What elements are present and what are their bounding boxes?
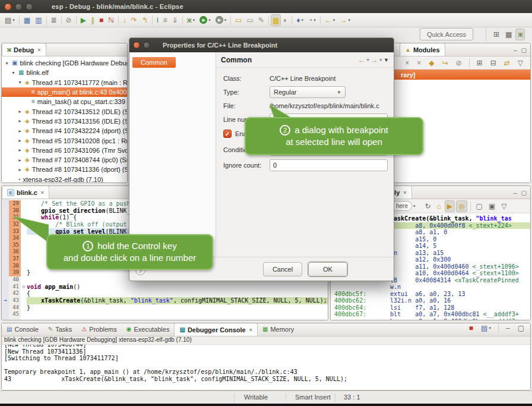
- step-over-icon[interactable]: ↷: [129, 14, 140, 26]
- disconnect-icon[interactable]: ℕ: [106, 14, 116, 26]
- debug-tree-item[interactable]: ▾◈Thread #1 1073411772 (main : Runn: [2, 78, 127, 87]
- ok-button[interactable]: OK: [308, 262, 347, 276]
- debug-tree-item[interactable]: ▸◈Thread #5 1073410208 (ipc1 : Runni: [2, 136, 127, 145]
- terminate-console-icon[interactable]: ■: [467, 323, 476, 334]
- debug-perspective-icon[interactable]: ж: [515, 29, 525, 40]
- tab-modules[interactable]: ▲ Modules: [400, 43, 445, 56]
- show-execution-view-icon[interactable]: ≡: [161, 14, 170, 26]
- enabled-checkbox[interactable]: ✓: [223, 130, 232, 138]
- view-menu-icon[interactable]: ▽: [499, 200, 509, 212]
- resume-icon[interactable]: ▶: [78, 14, 88, 26]
- console-tab-memory[interactable]: ▦Memory: [258, 323, 299, 336]
- collapse-all-icon[interactable]: ⊟: [488, 57, 499, 69]
- minimize-icon[interactable]: –: [514, 47, 517, 53]
- clear-symbols-icon[interactable]: ⊘: [454, 57, 464, 69]
- debug-tree-item[interactable]: ▾▣blink checking [GDB Hardware Debug: [2, 58, 127, 68]
- close-icon[interactable]: ×: [37, 47, 40, 53]
- disassembly-line[interactable]: w.n: [331, 284, 530, 291]
- editor-line-45[interactable]: 45: [2, 311, 328, 318]
- open-new-view-icon[interactable]: ▢: [474, 200, 485, 212]
- suspend-icon[interactable]: ∥: [88, 14, 97, 26]
- editor-line-44[interactable]: 44}: [2, 304, 328, 311]
- instruction-stepping-mode-icon[interactable]: i: [154, 14, 161, 26]
- close-icon[interactable]: ×: [41, 190, 44, 196]
- quick-access-button[interactable]: Quick Access: [420, 28, 473, 40]
- record-icon[interactable]: ♦▾: [294, 14, 306, 26]
- type-dropdown[interactable]: Regular ▼: [270, 86, 346, 98]
- line-number[interactable]: 37: [9, 256, 21, 263]
- debug-icon[interactable]: ж▾: [185, 14, 198, 26]
- disassembly-line[interactable]: 400dbc5f:extui a6, a0, 23, 13: [331, 291, 530, 298]
- chevron-down-icon[interactable]: ▾: [380, 58, 382, 62]
- disassembly-line[interactable]: 400dbc67:blt a0, a7, 0x400dbc81 <__adddf…: [331, 311, 530, 318]
- editor-line-42[interactable]: 42{: [2, 290, 328, 297]
- debug-tree-item[interactable]: ≡main_task() at cpu_start.c:339 0x4: [2, 97, 127, 106]
- line-number[interactable]: 39: [9, 269, 21, 276]
- open-perspective-icon[interactable]: ⊞: [491, 29, 502, 40]
- debug-tree-item[interactable]: ▸◈Thread #3 1073413156 (IDLE) (Susp: [2, 117, 127, 126]
- toggle-comment-icon[interactable]: ◐: [281, 14, 290, 26]
- external-tools-icon[interactable]: ▶▾: [213, 14, 229, 26]
- editor-line-41[interactable]: 41⊖void app_main(): [2, 284, 328, 291]
- window-minimize-button[interactable]: [15, 3, 23, 11]
- console-tab-debugger-console[interactable]: ▤Debugger Console×: [174, 323, 258, 336]
- disassembly-line[interactable]: bnone a0, a1, 0x400dbc9b <__adddf3+: [331, 318, 530, 320]
- link-with-view-icon[interactable]: ⇄: [502, 57, 512, 69]
- window-maximize-button[interactable]: [26, 3, 33, 11]
- debug-tree-item[interactable]: ▪xtensa-esp32-elf-gdb (7.10): [2, 175, 127, 182]
- cancel-button[interactable]: Cancel: [263, 262, 302, 276]
- minimize-icon[interactable]: –: [504, 323, 512, 334]
- open-console-icon[interactable]: ▤▾: [479, 323, 493, 334]
- console-tab-problems[interactable]: ⚠Problems: [77, 323, 121, 336]
- minimize-icon[interactable]: –: [514, 190, 517, 196]
- line-number[interactable]: 29: [9, 200, 21, 207]
- forward-icon[interactable]: →: [371, 56, 378, 64]
- line-number[interactable]: 45: [9, 311, 21, 318]
- step-return-icon[interactable]: ↰: [140, 14, 150, 26]
- binary-console-icon[interactable]: ≣: [49, 14, 59, 26]
- close-icon[interactable]: ×: [403, 190, 406, 196]
- ignore-count-input[interactable]: [270, 159, 388, 171]
- console-tab-executables[interactable]: ◉Executables: [122, 323, 175, 336]
- disassembly-line[interactable]: 400dbc62:l32i.n a0, a0, 16: [331, 297, 530, 304]
- debug-tree-item[interactable]: ▸◈Thread #2 1073413512 (IDLE) (Susp: [2, 106, 127, 116]
- profile-icon[interactable]: ◔▾: [306, 14, 318, 26]
- mark-occurrences-icon[interactable]: ▆: [271, 14, 281, 26]
- run-icon[interactable]: ▶▾: [197, 14, 213, 26]
- drop-to-frame-icon[interactable]: ⇓: [170, 14, 180, 26]
- save-icon[interactable]: ▦: [21, 14, 33, 26]
- save-all-icon[interactable]: ▥: [33, 14, 44, 26]
- cpp-perspective-icon[interactable]: ▦: [503, 29, 514, 40]
- back-icon[interactable]: ←▾: [322, 14, 338, 26]
- view-menu-icon[interactable]: ▼: [384, 57, 389, 63]
- remove-module-icon[interactable]: ×: [403, 57, 411, 69]
- skip-all-breakpoints-icon[interactable]: ⊘: [64, 14, 74, 26]
- line-number[interactable]: 30: [9, 207, 21, 215]
- line-number[interactable]: 43: [9, 297, 21, 304]
- dialog-minimize-button[interactable]: [143, 42, 150, 49]
- terminate-icon[interactable]: ■: [97, 14, 106, 26]
- track-expression-icon[interactable]: ◎: [456, 200, 467, 212]
- chevron-down-icon[interactable]: ▾: [413, 204, 416, 209]
- close-icon[interactable]: ×: [249, 327, 252, 333]
- maximize-icon[interactable]: ▢: [521, 190, 527, 196]
- maximize-icon[interactable]: ▢: [515, 323, 527, 334]
- window-close-button[interactable]: [4, 3, 12, 11]
- chevron-down-icon[interactable]: ▾: [367, 58, 369, 62]
- debug-tree-item[interactable]: ▸◈Thread #8 1073411336 (dport) (Sus: [2, 165, 127, 174]
- maximize-icon[interactable]: ▢: [521, 47, 527, 53]
- debug-tree-item[interactable]: ▸◈Thread #6 1073431096 (Tmr Svc) (S: [2, 146, 127, 155]
- debug-tree-item[interactable]: ▾▦blink.elf: [2, 68, 127, 77]
- sidebar-item-common[interactable]: Common: [132, 57, 176, 68]
- forward-icon[interactable]: →▾: [337, 14, 353, 26]
- fold-icon[interactable]: ⊖: [21, 284, 27, 291]
- console-tab-console[interactable]: ▤Console: [2, 323, 43, 336]
- expand-all-icon[interactable]: ⊞: [474, 57, 485, 69]
- debug-tree-item[interactable]: ▸◈Thread #7 1073408744 (ipc0) (Susp: [2, 155, 127, 165]
- home-icon[interactable]: ⌂: [435, 200, 444, 212]
- load-symbols-icon[interactable]: ↪: [439, 57, 450, 69]
- annotate-icon[interactable]: ✎: [256, 14, 267, 26]
- sync-with-pc-icon[interactable]: ▶: [445, 200, 455, 212]
- remove-all-modules-icon[interactable]: ×: [414, 57, 423, 69]
- new-wizard-icon[interactable]: ▤▾: [2, 14, 17, 26]
